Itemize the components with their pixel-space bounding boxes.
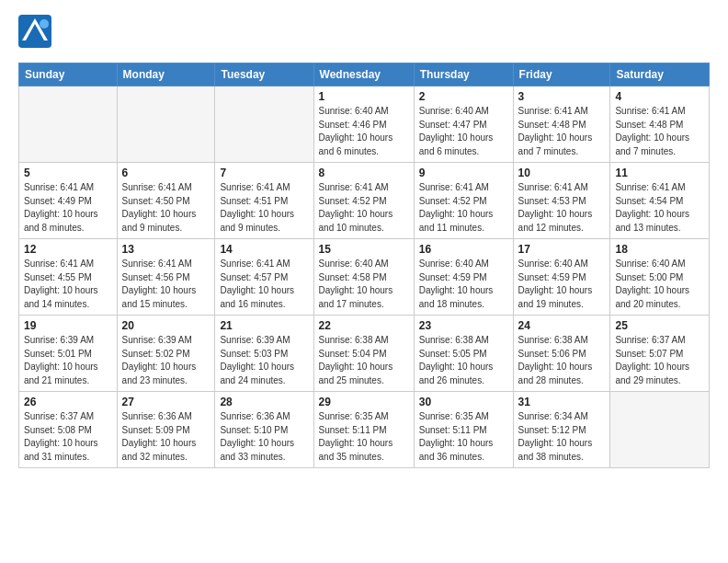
day-number: 6 <box>122 167 210 179</box>
day-info: Sunrise: 6:35 AMSunset: 5:11 PMDaylight:… <box>419 410 508 464</box>
day-number: 9 <box>419 167 508 179</box>
day-cell: 13Sunrise: 6:41 AMSunset: 4:56 PMDayligh… <box>117 239 215 316</box>
day-info: Sunrise: 6:41 AMSunset: 4:56 PMDaylight:… <box>122 258 210 311</box>
day-number: 27 <box>122 396 210 408</box>
day-cell: 12Sunrise: 6:41 AMSunset: 4:55 PMDayligh… <box>19 239 118 316</box>
day-cell: 31Sunrise: 6:34 AMSunset: 5:12 PMDayligh… <box>513 392 610 468</box>
day-cell: 27Sunrise: 6:36 AMSunset: 5:09 PMDayligh… <box>117 392 215 468</box>
day-cell: 5Sunrise: 6:41 AMSunset: 4:49 PMDaylight… <box>19 163 118 239</box>
weekday-header-monday: Monday <box>117 63 215 86</box>
day-cell: 24Sunrise: 6:38 AMSunset: 5:06 PMDayligh… <box>513 316 610 392</box>
weekday-header-saturday: Saturday <box>610 63 710 86</box>
day-number: 14 <box>220 243 308 256</box>
day-info: Sunrise: 6:41 AMSunset: 4:48 PMDaylight:… <box>615 105 704 158</box>
day-number: 10 <box>518 167 606 179</box>
day-info: Sunrise: 6:38 AMSunset: 5:06 PMDaylight:… <box>518 334 606 387</box>
day-cell: 1Sunrise: 6:40 AMSunset: 4:46 PMDaylight… <box>313 86 414 163</box>
day-cell: 3Sunrise: 6:41 AMSunset: 4:48 PMDaylight… <box>513 86 610 163</box>
day-number: 8 <box>319 167 409 179</box>
weekday-header-wednesday: Wednesday <box>313 63 414 86</box>
day-number: 11 <box>615 167 704 179</box>
day-number: 23 <box>419 319 508 332</box>
day-cell <box>215 86 313 163</box>
day-info: Sunrise: 6:41 AMSunset: 4:49 PMDaylight:… <box>24 181 112 235</box>
day-info: Sunrise: 6:41 AMSunset: 4:57 PMDaylight:… <box>220 258 308 311</box>
weekday-header-tuesday: Tuesday <box>215 63 313 86</box>
day-cell: 28Sunrise: 6:36 AMSunset: 5:10 PMDayligh… <box>215 392 313 468</box>
day-cell: 7Sunrise: 6:41 AMSunset: 4:51 PMDaylight… <box>215 163 313 239</box>
day-info: Sunrise: 6:36 AMSunset: 5:10 PMDaylight:… <box>220 410 308 464</box>
week-row-5: 26Sunrise: 6:37 AMSunset: 5:08 PMDayligh… <box>19 392 710 468</box>
day-info: Sunrise: 6:41 AMSunset: 4:51 PMDaylight:… <box>220 181 308 235</box>
day-number: 29 <box>319 396 409 408</box>
day-number: 1 <box>319 90 409 103</box>
day-number: 24 <box>518 319 606 332</box>
day-cell: 15Sunrise: 6:40 AMSunset: 4:58 PMDayligh… <box>313 239 414 316</box>
day-info: Sunrise: 6:40 AMSunset: 4:47 PMDaylight:… <box>419 105 508 158</box>
calendar-table: SundayMondayTuesdayWednesdayThursdayFrid… <box>18 63 710 468</box>
weekday-header-sunday: Sunday <box>19 63 118 86</box>
week-row-3: 12Sunrise: 6:41 AMSunset: 4:55 PMDayligh… <box>19 239 710 316</box>
day-info: Sunrise: 6:41 AMSunset: 4:55 PMDaylight:… <box>24 258 112 311</box>
day-cell <box>117 86 215 163</box>
day-info: Sunrise: 6:37 AMSunset: 5:08 PMDaylight:… <box>24 410 112 464</box>
day-number: 30 <box>419 396 508 408</box>
day-info: Sunrise: 6:37 AMSunset: 5:07 PMDaylight:… <box>615 334 704 387</box>
day-info: Sunrise: 6:41 AMSunset: 4:50 PMDaylight:… <box>122 181 210 235</box>
day-info: Sunrise: 6:34 AMSunset: 5:12 PMDaylight:… <box>518 410 606 464</box>
day-cell: 10Sunrise: 6:41 AMSunset: 4:53 PMDayligh… <box>513 163 610 239</box>
day-info: Sunrise: 6:41 AMSunset: 4:52 PMDaylight:… <box>419 181 508 235</box>
day-number: 31 <box>518 396 606 408</box>
day-info: Sunrise: 6:38 AMSunset: 5:05 PMDaylight:… <box>419 334 508 387</box>
day-info: Sunrise: 6:41 AMSunset: 4:53 PMDaylight:… <box>518 181 606 235</box>
day-info: Sunrise: 6:35 AMSunset: 5:11 PMDaylight:… <box>319 410 409 464</box>
logo-icon <box>18 15 51 48</box>
day-number: 7 <box>220 167 308 179</box>
day-info: Sunrise: 6:38 AMSunset: 5:04 PMDaylight:… <box>319 334 409 387</box>
day-info: Sunrise: 6:41 AMSunset: 4:48 PMDaylight:… <box>518 105 606 158</box>
day-number: 16 <box>419 243 508 256</box>
day-cell: 30Sunrise: 6:35 AMSunset: 5:11 PMDayligh… <box>414 392 513 468</box>
weekday-header-friday: Friday <box>513 63 610 86</box>
day-cell: 8Sunrise: 6:41 AMSunset: 4:52 PMDaylight… <box>313 163 414 239</box>
day-number: 22 <box>319 319 409 332</box>
day-cell: 26Sunrise: 6:37 AMSunset: 5:08 PMDayligh… <box>19 392 118 468</box>
day-info: Sunrise: 6:40 AMSunset: 4:59 PMDaylight:… <box>419 258 508 311</box>
day-cell: 19Sunrise: 6:39 AMSunset: 5:01 PMDayligh… <box>19 316 118 392</box>
day-cell: 17Sunrise: 6:40 AMSunset: 4:59 PMDayligh… <box>513 239 610 316</box>
day-number: 26 <box>24 396 112 408</box>
day-number: 5 <box>24 167 112 179</box>
day-number: 28 <box>220 396 308 408</box>
day-info: Sunrise: 6:39 AMSunset: 5:01 PMDaylight:… <box>24 334 112 387</box>
day-cell: 9Sunrise: 6:41 AMSunset: 4:52 PMDaylight… <box>414 163 513 239</box>
logo <box>18 15 57 52</box>
day-cell: 2Sunrise: 6:40 AMSunset: 4:47 PMDaylight… <box>414 86 513 163</box>
day-cell: 14Sunrise: 6:41 AMSunset: 4:57 PMDayligh… <box>215 239 313 316</box>
week-row-2: 5Sunrise: 6:41 AMSunset: 4:49 PMDaylight… <box>19 163 710 239</box>
day-number: 2 <box>419 90 508 103</box>
day-number: 17 <box>518 243 606 256</box>
weekday-header-thursday: Thursday <box>414 63 513 86</box>
day-info: Sunrise: 6:36 AMSunset: 5:09 PMDaylight:… <box>122 410 210 464</box>
week-row-4: 19Sunrise: 6:39 AMSunset: 5:01 PMDayligh… <box>19 316 710 392</box>
day-cell: 22Sunrise: 6:38 AMSunset: 5:04 PMDayligh… <box>313 316 414 392</box>
header <box>18 15 710 52</box>
day-number: 20 <box>122 319 210 332</box>
day-cell: 18Sunrise: 6:40 AMSunset: 5:00 PMDayligh… <box>610 239 710 316</box>
day-number: 13 <box>122 243 210 256</box>
day-number: 12 <box>24 243 112 256</box>
weekday-header-row: SundayMondayTuesdayWednesdayThursdayFrid… <box>19 63 710 86</box>
day-cell: 25Sunrise: 6:37 AMSunset: 5:07 PMDayligh… <box>610 316 710 392</box>
day-cell <box>19 86 118 163</box>
day-number: 25 <box>615 319 704 332</box>
day-cell: 11Sunrise: 6:41 AMSunset: 4:54 PMDayligh… <box>610 163 710 239</box>
svg-point-3 <box>40 19 49 29</box>
day-info: Sunrise: 6:40 AMSunset: 4:59 PMDaylight:… <box>518 258 606 311</box>
day-info: Sunrise: 6:39 AMSunset: 5:02 PMDaylight:… <box>122 334 210 387</box>
day-number: 3 <box>518 90 606 103</box>
day-cell: 6Sunrise: 6:41 AMSunset: 4:50 PMDaylight… <box>117 163 215 239</box>
day-number: 15 <box>319 243 409 256</box>
day-cell: 23Sunrise: 6:38 AMSunset: 5:05 PMDayligh… <box>414 316 513 392</box>
day-info: Sunrise: 6:41 AMSunset: 4:52 PMDaylight:… <box>319 181 409 235</box>
day-number: 4 <box>615 90 704 103</box>
